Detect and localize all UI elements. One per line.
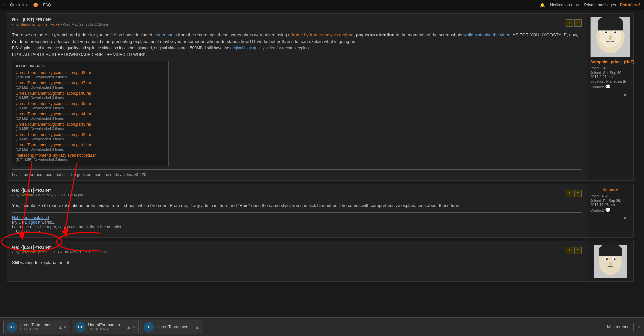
attachment-link-3[interactable]: UnrealTournamentkygcompilation.part6.rar bbox=[16, 91, 91, 96]
post-date-1: Wed May 29, 2019 2:29 pm bbox=[63, 22, 108, 26]
attachment-info-4: (10 MiB) Downloaded 3 times bbox=[16, 106, 165, 110]
author-link-1[interactable]: Seraphim_prime_(HoF) bbox=[21, 22, 59, 26]
post-meta-3: ▪ by Seraphim_prime_(HoF) » Thu May 30, … bbox=[12, 250, 107, 254]
posts-count-1: 34 bbox=[602, 66, 606, 70]
original-video-link[interactable]: original high quality video bbox=[230, 46, 275, 50]
main-content: Re: -]LST[-*RUIN* ▪ by Seraphim_prime_(H… bbox=[0, 10, 640, 288]
location-value-1: Planet earth bbox=[606, 79, 626, 83]
show-all-button[interactable]: Mostrar todo bbox=[603, 323, 634, 331]
post-signature-2: Not often maintained My UT Blogpost work… bbox=[12, 212, 582, 234]
attachment-link-7[interactable]: UnrealTournamentkygcompilation.part2.rar bbox=[16, 132, 91, 137]
contact-label-2: Contact: bbox=[590, 208, 604, 212]
attachment-link-4[interactable]: UnrealTournamentkygcompilation.part5.rar bbox=[16, 101, 91, 106]
notifications-link[interactable]: Notifications bbox=[550, 3, 572, 7]
post-sidebar-3 bbox=[587, 241, 633, 281]
attachment-item-9: interesting moments my lazy eyes noticed… bbox=[16, 153, 165, 162]
user-avatar-1 bbox=[590, 17, 630, 57]
contact-icon-1[interactable]: 💬 bbox=[605, 84, 611, 89]
post-signature-1: I can't be worried about that shit, life… bbox=[12, 169, 582, 177]
post-body-3: Re: -]LST[-*RUIN* ▪ by Seraphim_prime_(H… bbox=[7, 241, 587, 281]
download-bar: UT UnrealTournament....rar 10.0/10.0 MB … bbox=[0, 317, 644, 336]
sig-link-2a[interactable]: Not often maintained bbox=[12, 215, 49, 220]
avatar-image-1 bbox=[590, 17, 630, 57]
close-download-bar[interactable]: × bbox=[637, 323, 641, 330]
quote-button-2[interactable]: " bbox=[574, 190, 582, 197]
download-item-size-1: 10.0/10.0 MB bbox=[20, 327, 56, 331]
svg-point-6 bbox=[605, 31, 607, 33]
attachment-link-6[interactable]: UnrealTournamentkygcompilation.part3.rar bbox=[16, 122, 91, 127]
sig-text-2e: - Pablo Picasso - bbox=[12, 229, 42, 234]
joined-label-2: Joined: bbox=[590, 199, 602, 203]
while-watching-link[interactable]: while watching the video bbox=[463, 32, 510, 37]
attachment-link-2[interactable]: UnrealTournamentkygcompilation.part7.rar bbox=[16, 81, 91, 85]
attachment-link-8[interactable]: UnrealTournamentkygcompilation.part1.rar bbox=[16, 143, 91, 147]
screenshots-link[interactable]: screenshots bbox=[153, 32, 177, 37]
username-link[interactable]: Patrullero! bbox=[620, 3, 640, 7]
download-item-name-1: UnrealTournament....rar bbox=[20, 323, 56, 327]
post-title-1: Re: -]LST[-*RUIN* bbox=[12, 17, 108, 22]
report-button-2[interactable]: ! bbox=[566, 190, 573, 197]
svg-text:UT: UT bbox=[147, 325, 151, 329]
pay-attention-text: pay extra attention bbox=[356, 32, 395, 37]
post-sidebar-1: Seraphim_prime_(HoF) Posts: 34 Joined: S… bbox=[587, 14, 633, 180]
svg-point-8 bbox=[609, 35, 612, 40]
svg-text:UT: UT bbox=[78, 325, 83, 329]
author-link-3[interactable]: Seraphim_prime_(HoF) bbox=[21, 250, 59, 254]
close-download-1[interactable]: × bbox=[64, 324, 67, 330]
posts-label-2: Posts: bbox=[590, 194, 601, 198]
svg-point-12 bbox=[621, 32, 625, 39]
post-date-3: Thu May 30, 2019 8:38 am bbox=[63, 250, 107, 254]
faq-icon: ? bbox=[33, 3, 38, 7]
envelope-icon: ✉ bbox=[576, 3, 579, 7]
report-button-1[interactable]: ! bbox=[566, 19, 573, 27]
faq-link[interactable]: FAQ bbox=[43, 3, 51, 7]
attachment-info-3: (10 MiB) Downloaded 3 times bbox=[16, 96, 165, 100]
post-actions-3: ! " bbox=[566, 247, 582, 254]
attachment-link-5[interactable]: UnrealTournamentkygcompilation.part4.rar bbox=[16, 112, 91, 116]
chevron-icon-1[interactable]: ▲ bbox=[58, 324, 63, 330]
location-label-1: Location: bbox=[590, 79, 605, 83]
sig-blogpost-link[interactable]: Blogpost bbox=[25, 220, 40, 225]
post-meta-2: ▪ by Nelsone » Wed May 29, 2019 4:34 pm bbox=[12, 193, 83, 197]
post-actions-2: ! " bbox=[566, 190, 582, 197]
sig-text-2d: Learn the rules like a pro, so you can b… bbox=[12, 225, 122, 229]
top-nav-left: › Quick links ? FAQ bbox=[4, 2, 51, 7]
close-download-2[interactable]: × bbox=[132, 324, 135, 330]
chevron-icon-2[interactable]: ▲ bbox=[126, 324, 131, 330]
pps-note-1: P.P.S: ALL PARTS MUST BE DOWNLOADED FOR … bbox=[12, 52, 147, 57]
contact-row-2: Contact: 💬 bbox=[590, 207, 630, 213]
download-item-name-2: UnrealTournament....rar bbox=[88, 323, 125, 327]
fbf-link[interactable]: frame by frame analysis method bbox=[292, 32, 354, 37]
attachment-info-5: (10 MiB) Downloaded 3 times bbox=[16, 116, 165, 120]
contact-icon-2[interactable]: 💬 bbox=[605, 207, 611, 213]
attachment-link-9[interactable]: interesting moments my lazy eyes noticed… bbox=[16, 153, 96, 158]
post-text-1: There we go, here it is, watch and judge… bbox=[12, 32, 582, 58]
attachment-item-1: UnrealTournamentkygcompilation.part8.rar… bbox=[16, 70, 165, 79]
avatar-image-3 bbox=[594, 245, 627, 278]
chevron-icon-3[interactable]: ▲ bbox=[195, 324, 199, 330]
download-item-size-2: 10.0/10.0 MB bbox=[88, 327, 125, 331]
attachment-link-1[interactable]: UnrealTournamentkygcompilation.part8.rar bbox=[16, 70, 91, 75]
report-button-3[interactable]: ! bbox=[566, 247, 573, 254]
top-nav-right: 🔔 Notifications ✉ Private messages Patru… bbox=[540, 3, 640, 7]
post-container-3: Re: -]LST[-*RUIN* ▪ by Seraphim_prime_(H… bbox=[7, 241, 634, 282]
svg-point-11 bbox=[596, 32, 600, 39]
scroll-top-2[interactable]: ▲ bbox=[590, 213, 630, 221]
avatar-svg-1 bbox=[591, 17, 630, 57]
attachment-info-7: (10 MiB) Downloaded 3 times bbox=[16, 137, 165, 141]
post-text-3: Still waiting for explanation lol bbox=[12, 259, 582, 266]
scroll-top-1[interactable]: ▲ bbox=[590, 90, 630, 98]
private-messages-link[interactable]: Private messages bbox=[584, 3, 616, 7]
author-link-2[interactable]: Nelsone bbox=[21, 193, 34, 197]
post-date-2: Wed May 29, 2019 4:34 pm bbox=[38, 193, 83, 197]
attachment-item-8: UnrealTournamentkygcompilation.part1.rar… bbox=[16, 142, 165, 151]
contact-label-1: Contact: bbox=[590, 85, 604, 89]
quote-button-3[interactable]: " bbox=[574, 247, 582, 254]
quicklinks-link[interactable]: Quick links bbox=[10, 3, 29, 7]
joined-row-1: Joined: Sat Sep 30, 2017 9:21 am bbox=[590, 71, 630, 79]
download-item-2: UT UnrealTournament....rar 10.0/10.0 MB … bbox=[72, 320, 139, 334]
attachments-title: ATTACHMENTS bbox=[16, 64, 165, 68]
quote-button-1[interactable]: " bbox=[574, 19, 582, 27]
download-item-3: UT UnrealTournament....rar ▲ bbox=[140, 320, 203, 334]
post-container-2: Re: -]LST[-*RUIN* ▪ by Nelsone » Wed May… bbox=[7, 184, 634, 238]
